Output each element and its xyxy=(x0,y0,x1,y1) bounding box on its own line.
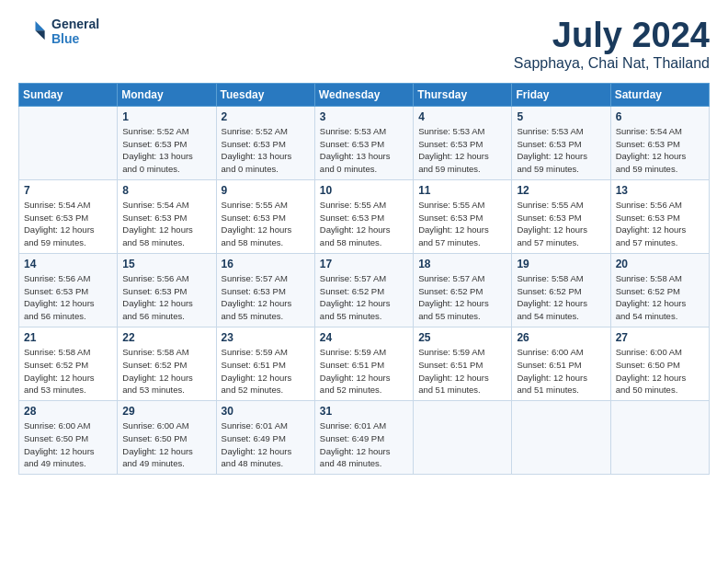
day-info: Sunrise: 5:54 AM Sunset: 6:53 PM Dayligh… xyxy=(24,199,112,249)
calendar-cell: 4Sunrise: 5:53 AM Sunset: 6:53 PM Daylig… xyxy=(414,106,512,179)
calendar-cell: 12Sunrise: 5:55 AM Sunset: 6:53 PM Dayli… xyxy=(512,179,610,253)
calendar-cell: 11Sunrise: 5:55 AM Sunset: 6:53 PM Dayli… xyxy=(414,179,512,253)
calendar-cell xyxy=(610,401,709,475)
logo-line2: Blue xyxy=(51,31,99,46)
day-number: 20 xyxy=(616,258,704,270)
header-sunday: Sunday xyxy=(19,83,118,106)
location-title: Sapphaya, Chai Nat, Thailand xyxy=(514,55,710,72)
day-info: Sunrise: 5:55 AM Sunset: 6:53 PM Dayligh… xyxy=(320,199,408,249)
day-info: Sunrise: 5:58 AM Sunset: 6:52 PM Dayligh… xyxy=(122,346,210,396)
day-info: Sunrise: 6:01 AM Sunset: 6:49 PM Dayligh… xyxy=(320,419,408,470)
day-number: 1 xyxy=(122,110,210,123)
day-info: Sunrise: 5:57 AM Sunset: 6:53 PM Dayligh… xyxy=(222,272,310,323)
day-number: 27 xyxy=(616,331,704,344)
day-number: 17 xyxy=(320,258,408,270)
calendar-cell: 20Sunrise: 5:58 AM Sunset: 6:52 PM Dayli… xyxy=(610,253,709,327)
calendar-cell: 16Sunrise: 5:57 AM Sunset: 6:53 PM Dayli… xyxy=(216,253,314,327)
logo: General Blue xyxy=(18,17,99,46)
header-friday: Friday xyxy=(512,83,610,106)
header-saturday: Saturday xyxy=(610,83,709,106)
day-number: 14 xyxy=(24,258,112,270)
svg-marker-0 xyxy=(36,21,45,30)
calendar-cell: 17Sunrise: 5:57 AM Sunset: 6:52 PM Dayli… xyxy=(314,253,413,327)
day-info: Sunrise: 6:00 AM Sunset: 6:50 PM Dayligh… xyxy=(616,346,704,396)
calendar-cell: 13Sunrise: 5:56 AM Sunset: 6:53 PM Dayli… xyxy=(610,179,709,253)
day-info: Sunrise: 5:52 AM Sunset: 6:53 PM Dayligh… xyxy=(222,125,310,176)
logo-line1: General xyxy=(51,17,99,31)
day-number: 8 xyxy=(122,184,210,197)
day-info: Sunrise: 5:55 AM Sunset: 6:53 PM Dayligh… xyxy=(418,199,506,249)
day-number: 6 xyxy=(616,110,704,123)
calendar-cell: 29Sunrise: 6:00 AM Sunset: 6:50 PM Dayli… xyxy=(118,401,216,475)
day-info: Sunrise: 5:55 AM Sunset: 6:53 PM Dayligh… xyxy=(517,199,605,249)
calendar-cell: 1Sunrise: 5:52 AM Sunset: 6:53 PM Daylig… xyxy=(118,106,216,179)
calendar-cell: 31Sunrise: 6:01 AM Sunset: 6:49 PM Dayli… xyxy=(314,401,413,475)
svg-marker-1 xyxy=(36,30,45,40)
day-info: Sunrise: 5:53 AM Sunset: 6:53 PM Dayligh… xyxy=(320,125,408,176)
day-info: Sunrise: 5:54 AM Sunset: 6:53 PM Dayligh… xyxy=(122,199,210,249)
day-number: 22 xyxy=(122,331,210,344)
week-row-3: 21Sunrise: 5:58 AM Sunset: 6:52 PM Dayli… xyxy=(19,327,710,400)
day-number: 23 xyxy=(222,331,310,344)
calendar-cell: 26Sunrise: 6:00 AM Sunset: 6:51 PM Dayli… xyxy=(512,327,610,400)
day-number: 21 xyxy=(24,331,112,344)
day-number: 13 xyxy=(616,184,704,197)
day-number: 16 xyxy=(222,258,310,270)
day-info: Sunrise: 5:59 AM Sunset: 6:51 PM Dayligh… xyxy=(222,346,310,396)
header-tuesday: Tuesday xyxy=(216,83,314,106)
calendar-cell: 14Sunrise: 5:56 AM Sunset: 6:53 PM Dayli… xyxy=(19,253,118,327)
calendar-cell: 7Sunrise: 5:54 AM Sunset: 6:53 PM Daylig… xyxy=(19,179,118,253)
day-info: Sunrise: 5:58 AM Sunset: 6:52 PM Dayligh… xyxy=(24,346,112,396)
calendar-cell: 6Sunrise: 5:54 AM Sunset: 6:53 PM Daylig… xyxy=(610,106,709,179)
day-number: 26 xyxy=(517,331,605,344)
day-number: 2 xyxy=(222,110,310,123)
day-number: 29 xyxy=(122,405,210,418)
calendar-cell: 8Sunrise: 5:54 AM Sunset: 6:53 PM Daylig… xyxy=(118,179,216,253)
day-info: Sunrise: 5:58 AM Sunset: 6:52 PM Dayligh… xyxy=(616,272,704,323)
calendar-cell: 22Sunrise: 5:58 AM Sunset: 6:52 PM Dayli… xyxy=(118,327,216,400)
day-number: 24 xyxy=(320,331,408,344)
day-info: Sunrise: 5:59 AM Sunset: 6:51 PM Dayligh… xyxy=(418,346,506,396)
logo-icon xyxy=(18,17,48,46)
calendar-cell: 5Sunrise: 5:53 AM Sunset: 6:53 PM Daylig… xyxy=(512,106,610,179)
day-info: Sunrise: 5:56 AM Sunset: 6:53 PM Dayligh… xyxy=(122,272,210,323)
header-wednesday: Wednesday xyxy=(314,83,413,106)
calendar-cell xyxy=(414,401,512,475)
day-info: Sunrise: 5:57 AM Sunset: 6:52 PM Dayligh… xyxy=(320,272,408,323)
day-info: Sunrise: 6:00 AM Sunset: 6:50 PM Dayligh… xyxy=(24,419,112,470)
title-block: July 2024 Sapphaya, Chai Nat, Thailand xyxy=(514,17,710,72)
day-number: 10 xyxy=(320,184,408,197)
day-number: 7 xyxy=(24,184,112,197)
day-number: 12 xyxy=(517,184,605,197)
day-info: Sunrise: 5:57 AM Sunset: 6:52 PM Dayligh… xyxy=(418,272,506,323)
calendar-cell: 19Sunrise: 5:58 AM Sunset: 6:52 PM Dayli… xyxy=(512,253,610,327)
day-number: 28 xyxy=(24,405,112,418)
calendar-header-row: SundayMondayTuesdayWednesdayThursdayFrid… xyxy=(19,83,710,106)
day-info: Sunrise: 5:55 AM Sunset: 6:53 PM Dayligh… xyxy=(222,199,310,249)
day-info: Sunrise: 5:56 AM Sunset: 6:53 PM Dayligh… xyxy=(616,199,704,249)
week-row-2: 14Sunrise: 5:56 AM Sunset: 6:53 PM Dayli… xyxy=(19,253,710,327)
day-number: 25 xyxy=(418,331,506,344)
week-row-4: 28Sunrise: 6:00 AM Sunset: 6:50 PM Dayli… xyxy=(19,401,710,475)
day-info: Sunrise: 5:52 AM Sunset: 6:53 PM Dayligh… xyxy=(122,125,210,176)
week-row-0: 1Sunrise: 5:52 AM Sunset: 6:53 PM Daylig… xyxy=(19,106,710,179)
calendar-cell: 27Sunrise: 6:00 AM Sunset: 6:50 PM Dayli… xyxy=(610,327,709,400)
calendar-cell: 2Sunrise: 5:52 AM Sunset: 6:53 PM Daylig… xyxy=(216,106,314,179)
day-number: 4 xyxy=(418,110,506,123)
day-number: 31 xyxy=(320,405,408,418)
day-number: 9 xyxy=(222,184,310,197)
header-row: General Blue July 2024 Sapphaya, Chai Na… xyxy=(18,17,710,72)
page-container: General Blue July 2024 Sapphaya, Chai Na… xyxy=(0,0,728,484)
header-thursday: Thursday xyxy=(414,83,512,106)
header-monday: Monday xyxy=(118,83,216,106)
day-info: Sunrise: 5:54 AM Sunset: 6:53 PM Dayligh… xyxy=(616,125,704,176)
day-number: 5 xyxy=(517,110,605,123)
day-number: 18 xyxy=(418,258,506,270)
day-info: Sunrise: 5:53 AM Sunset: 6:53 PM Dayligh… xyxy=(517,125,605,176)
calendar-cell: 24Sunrise: 5:59 AM Sunset: 6:51 PM Dayli… xyxy=(314,327,413,400)
day-number: 19 xyxy=(517,258,605,270)
day-info: Sunrise: 6:00 AM Sunset: 6:50 PM Dayligh… xyxy=(122,419,210,470)
calendar-cell: 3Sunrise: 5:53 AM Sunset: 6:53 PM Daylig… xyxy=(314,106,413,179)
month-title: July 2024 xyxy=(514,17,710,55)
calendar-table: SundayMondayTuesdayWednesdayThursdayFrid… xyxy=(18,83,710,475)
